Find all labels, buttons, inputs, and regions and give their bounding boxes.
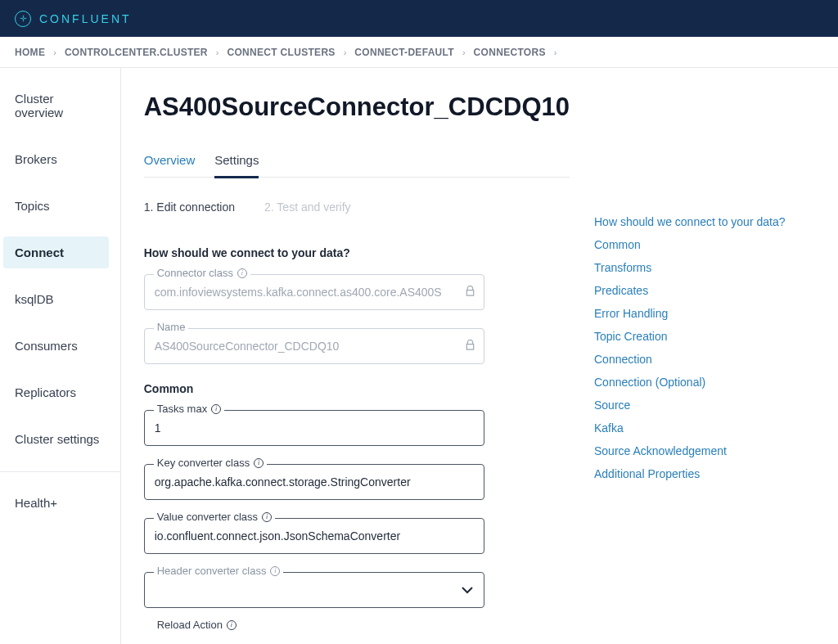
value-converter-input[interactable] [144,518,484,554]
name-input [144,328,484,364]
breadcrumb-item[interactable]: CONNECT CLUSTERS [228,47,336,58]
nav-link[interactable]: Connection (Optional) [594,371,815,394]
field-label: Reload Action i [154,619,240,631]
info-icon[interactable]: i [270,566,280,576]
field-tasks-max: Tasks max i [144,410,484,446]
divider [0,471,120,472]
breadcrumb-item[interactable]: CONNECTORS [474,47,546,58]
nav-link[interactable]: Source Acknowledgement [594,439,815,462]
tab-overview[interactable]: Overview [144,153,196,177]
sidebar-item-consumers[interactable]: Consumers [0,330,120,362]
chevron-right-icon: › [344,47,347,57]
nav-link[interactable]: Connection [594,348,815,371]
brand-text: CONFLUENT [39,12,132,25]
sidebar-item-replicators[interactable]: Replicators [0,376,120,408]
breadcrumb: HOME › CONTROLCENTER.CLUSTER › CONNECT C… [0,37,838,68]
tasks-max-input[interactable] [144,410,484,446]
field-label: Key converter class i [154,457,267,469]
chevron-right-icon: › [53,47,56,57]
sidebar-item-cluster-settings[interactable]: Cluster settings [0,423,120,455]
info-icon[interactable]: i [211,404,221,414]
nav-link[interactable]: Transforms [594,256,815,279]
brand-logo-icon [15,11,31,27]
breadcrumb-item[interactable]: CONNECT-DEFAULT [354,47,454,58]
info-icon[interactable]: i [227,620,237,630]
sidebar-item-topics[interactable]: Topics [0,190,120,222]
chevron-right-icon: › [462,47,466,57]
section-nav: How should we connect to your data? Comm… [594,92,815,644]
nav-link[interactable]: Error Handling [594,302,815,325]
step-test-verify: 2. Test and verify [264,200,351,214]
field-label: Value converter class i [154,511,275,523]
step-edit-connection[interactable]: 1. Edit connection [144,200,235,214]
field-label: Header converter class i [154,565,284,577]
tabs: Overview Settings [144,153,570,178]
connector-class-input [144,274,484,310]
sidebar-item-connect[interactable]: Connect [3,236,109,268]
info-icon[interactable]: i [254,458,264,468]
breadcrumb-item[interactable]: CONTROLCENTER.CLUSTER [65,47,208,58]
top-header: CONFLUENT [0,0,838,37]
sidebar-item-cluster-overview[interactable]: Cluster overview [0,83,120,128]
chevron-right-icon: › [216,47,219,57]
nav-link[interactable]: Topic Creation [594,325,815,348]
nav-link[interactable]: How should we connect to your data? [594,210,815,233]
field-label: Tasks max i [154,403,224,415]
field-value-converter: Value converter class i [144,518,484,554]
nav-link[interactable]: Kafka [594,417,815,439]
section-title-connect: How should we connect to your data? [144,246,570,259]
chevron-down-icon[interactable] [462,583,473,597]
sidebar-item-ksqldb[interactable]: ksqlDB [0,283,120,315]
lock-icon [466,340,475,353]
form-steps: 1. Edit connection 2. Test and verify [144,200,570,214]
key-converter-input[interactable] [144,464,484,500]
section-title-common: Common [144,382,570,395]
field-label: Name [154,321,189,333]
info-icon[interactable]: i [237,268,247,278]
nav-link[interactable]: Source [594,394,815,417]
nav-link[interactable]: Additional Properties [594,462,815,485]
sidebar-item-health[interactable]: Health+ [0,487,120,519]
chevron-right-icon: › [554,47,557,57]
sidebar: Cluster overview Brokers Topics Connect … [0,68,121,644]
header-converter-select[interactable] [144,572,484,608]
field-connector-class: Connector class i [144,274,484,310]
field-label: Connector class i [154,267,250,279]
page-title: AS400SourceConnector_CDCDQ10 [144,92,570,122]
field-name: Name [144,328,484,364]
lock-icon [466,286,475,299]
sidebar-item-brokers[interactable]: Brokers [0,143,120,175]
field-header-converter: Header converter class i [144,572,484,608]
nav-link[interactable]: Predicates [594,279,815,302]
info-icon[interactable]: i [262,512,272,522]
field-key-converter: Key converter class i [144,464,484,500]
tab-settings[interactable]: Settings [214,153,259,177]
nav-link[interactable]: Common [594,233,815,256]
breadcrumb-item[interactable]: HOME [15,47,45,58]
